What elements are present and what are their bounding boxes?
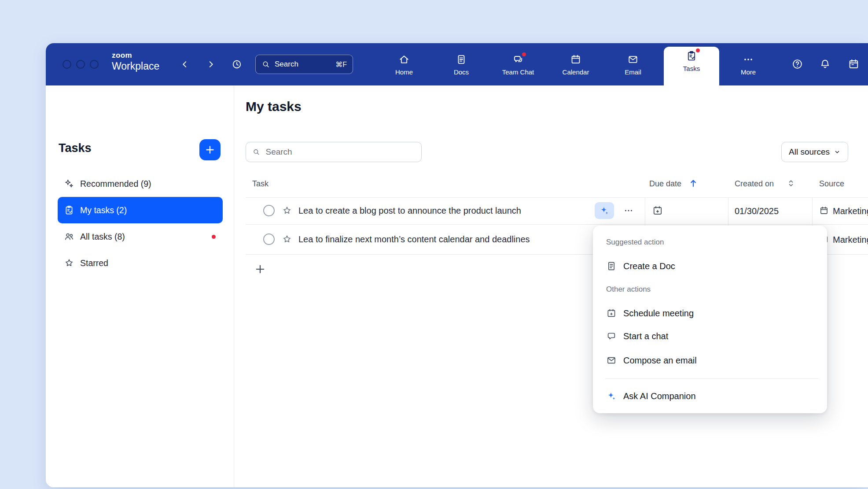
nav-calendar-label: Calendar — [563, 68, 589, 76]
task-complete-checkbox[interactable] — [263, 205, 275, 216]
ai-companion-chip[interactable] — [595, 202, 614, 219]
nav-more[interactable]: More — [724, 54, 772, 76]
tasks-search-input[interactable] — [265, 147, 415, 157]
column-header-due-date[interactable]: Due date — [649, 179, 681, 189]
plus-icon — [254, 263, 266, 275]
sidebar-item-all-tasks[interactable]: All tasks (8) — [58, 223, 223, 250]
logo-workplace: Workplace — [112, 61, 159, 71]
sidebar-item-label: Recommended (9) — [80, 179, 151, 189]
nav-team-chat[interactable]: Team Chat — [494, 54, 542, 76]
history-button[interactable] — [231, 59, 243, 71]
plus-icon — [204, 144, 216, 156]
source-value[interactable]: Marketing — [833, 234, 868, 245]
ellipsis-icon — [623, 205, 634, 216]
sidebar-item-my-tasks[interactable]: My tasks (2) — [58, 197, 223, 223]
ai-companion-icon — [599, 205, 610, 216]
column-header-created-on[interactable]: Created on — [735, 179, 774, 189]
row-more-actions-button[interactable] — [623, 205, 634, 216]
nav-tasks[interactable]: Tasks — [667, 50, 716, 72]
home-icon — [398, 54, 410, 65]
search-shortcut: ⌘F — [335, 60, 347, 69]
chevron-left-icon — [180, 59, 190, 69]
people-icon — [64, 231, 74, 242]
add-task-button[interactable] — [199, 139, 221, 160]
add-row-button[interactable] — [254, 263, 266, 275]
calendar-plus-icon — [606, 308, 617, 319]
table-divider — [246, 197, 868, 198]
star-icon[interactable] — [282, 205, 292, 216]
menu-section-other: Other actions — [606, 285, 651, 294]
doc-icon — [606, 261, 617, 271]
column-header-task[interactable]: Task — [252, 179, 268, 189]
app-window: zoom Workplace Search ⌘F Home — [46, 43, 868, 487]
zoom-workplace-logo: zoom Workplace — [112, 52, 159, 71]
window-control-2[interactable] — [76, 60, 85, 69]
tasks-icon — [686, 50, 697, 62]
forward-button[interactable] — [206, 59, 216, 70]
nav-home[interactable]: Home — [380, 54, 428, 76]
page-title: My tasks — [246, 99, 302, 114]
task-title[interactable]: Lea to create a blog post to announce th… — [298, 205, 521, 216]
all-tasks-notification-dot — [212, 235, 216, 239]
sidebar-title: Tasks — [59, 141, 92, 155]
notifications-button[interactable] — [819, 58, 831, 71]
mini-calendar-button[interactable] — [848, 58, 860, 71]
email-icon — [627, 54, 639, 65]
menu-item-schedule-meeting[interactable]: Schedule meeting — [606, 304, 818, 323]
star-icon — [64, 258, 74, 268]
task-title[interactable]: Lea to finalize next month’s content cal… — [298, 233, 530, 245]
source-calendar-icon — [819, 206, 829, 215]
nav-team-chat-label: Team Chat — [502, 68, 534, 76]
nav-tasks-label: Tasks — [683, 65, 700, 72]
menu-item-compose-email[interactable]: Compose an email — [606, 351, 818, 370]
chat-icon — [606, 331, 617, 341]
team-chat-icon — [512, 54, 524, 65]
global-search-label: Search — [275, 60, 298, 69]
chevron-right-icon — [206, 59, 216, 69]
sort-ascending-icon[interactable] — [688, 178, 699, 189]
created-on-value[interactable]: 01/30/2025 — [735, 205, 779, 217]
tasks-search-box — [246, 142, 422, 162]
sidebar-item-label: My tasks (2) — [80, 205, 127, 215]
calendar-icon — [570, 54, 581, 65]
calendar-panel-icon — [848, 58, 860, 70]
search-icon — [252, 148, 260, 156]
more-icon — [743, 54, 754, 65]
calendar-plus-icon — [652, 205, 663, 216]
source-value[interactable]: Marketing — [833, 205, 868, 217]
star-icon[interactable] — [282, 234, 292, 244]
all-sources-dropdown[interactable]: All sources — [781, 142, 848, 162]
topbar: zoom Workplace Search ⌘F Home — [46, 43, 868, 85]
window-control-3[interactable] — [90, 60, 99, 69]
help-button[interactable] — [791, 58, 803, 71]
nav-docs[interactable]: Docs — [437, 54, 485, 76]
sort-toggle-icon[interactable] — [786, 178, 796, 188]
sidebar-item-recommended[interactable]: Recommended (9) — [58, 170, 223, 197]
menu-item-start-chat[interactable]: Start a chat — [606, 326, 818, 346]
sidebar-item-label: All tasks (8) — [80, 232, 125, 242]
window-control-1[interactable] — [63, 60, 71, 69]
nav-email-label: Email — [625, 68, 641, 76]
global-search[interactable]: Search ⌘F — [255, 55, 353, 74]
back-button[interactable] — [180, 59, 190, 70]
sidebar-item-starred[interactable]: Starred — [58, 250, 223, 276]
set-due-date-button[interactable] — [652, 205, 663, 216]
nav-tasks-active-tab[interactable]: Tasks — [664, 47, 719, 85]
ai-companion-icon — [606, 391, 617, 401]
tasks-sidebar: Tasks Recommended (9) My tasks (2) — [46, 85, 234, 487]
envelope-icon — [606, 355, 617, 366]
team-chat-notification-dot — [522, 52, 526, 56]
nav-calendar[interactable]: Calendar — [552, 54, 600, 76]
menu-item-create-doc[interactable]: Create a Doc — [606, 256, 818, 276]
task-complete-checkbox[interactable] — [263, 233, 275, 245]
menu-item-label: Start a chat — [623, 331, 668, 341]
menu-item-label: Create a Doc — [623, 261, 675, 271]
nav-email[interactable]: Email — [609, 54, 657, 76]
task-list-icon — [64, 205, 74, 215]
sparkles-icon — [64, 178, 74, 189]
menu-item-ask-ai-companion[interactable]: Ask AI Companion — [606, 386, 818, 406]
table-divider — [246, 224, 868, 225]
column-header-source[interactable]: Source — [819, 179, 844, 189]
menu-divider — [605, 378, 818, 379]
sidebar-list: Recommended (9) My tasks (2) All tasks (… — [58, 170, 223, 276]
